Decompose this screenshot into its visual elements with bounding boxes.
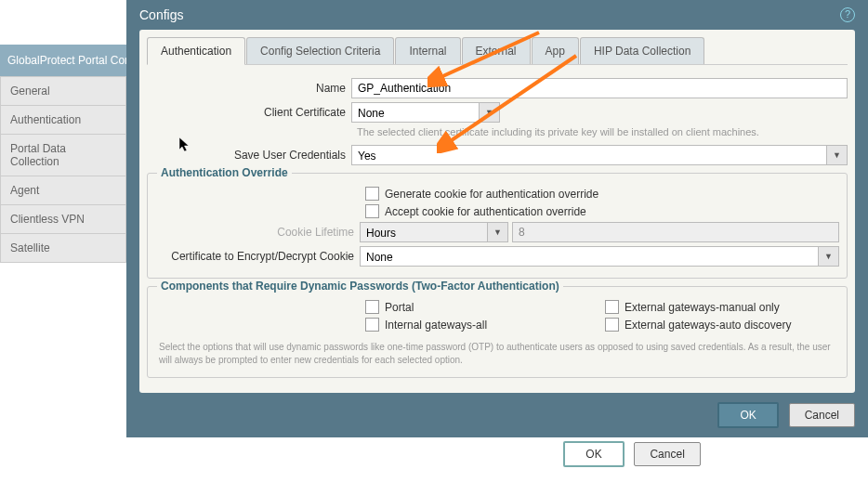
tab-app[interactable]: App	[532, 37, 579, 64]
tab-external[interactable]: External	[462, 37, 531, 64]
dialog-body: Authentication Config Selection Criteria…	[139, 30, 855, 393]
sidebar-item-authentication[interactable]: Authentication	[0, 106, 126, 135]
sidebar-item-agent[interactable]: Agent	[0, 176, 126, 205]
auth-override-legend: Authentication Override	[157, 166, 292, 179]
internal-gw-checkbox[interactable]	[365, 318, 379, 332]
chevron-down-icon[interactable]: ▼	[480, 102, 500, 123]
ext-manual-label: External gateways-manual only	[625, 301, 780, 314]
dyn-pw-legend: Components that Require Dynamic Password…	[157, 280, 563, 293]
auth-override-fieldset: Authentication Override Generate cookie …	[147, 173, 848, 279]
cookie-lifetime-value	[512, 222, 839, 242]
save-creds-label: Save User Credentials	[147, 149, 351, 162]
dialog-footer: OK Cancel	[126, 393, 868, 428]
dialog-title: Configs	[139, 7, 183, 22]
accept-cookie-label: Accept cookie for authentication overrid…	[385, 205, 586, 218]
dialog-header: Configs ?	[126, 0, 868, 30]
gen-cookie-checkbox[interactable]	[365, 187, 379, 201]
encrypt-cookie-label: Certificate to Encrypt/Decrypt Cookie	[155, 250, 360, 263]
accept-cookie-checkbox[interactable]	[365, 204, 379, 218]
chevron-down-icon[interactable]: ▼	[827, 145, 848, 165]
internal-gw-label: Internal gateways-all	[385, 319, 487, 332]
name-label: Name	[147, 82, 351, 95]
chevron-down-icon[interactable]: ▼	[819, 246, 839, 267]
sidebar-item-portal-data[interactable]: Portal Data Collection	[0, 135, 126, 176]
save-creds-value: Yes	[351, 145, 827, 165]
client-cert-value: None	[351, 102, 480, 123]
help-icon[interactable]: ?	[840, 7, 855, 22]
name-input[interactable]	[351, 78, 848, 98]
portal-checkbox[interactable]	[365, 300, 379, 314]
ext-auto-checkbox[interactable]	[605, 318, 619, 332]
tab-internal[interactable]: Internal	[395, 37, 460, 64]
dyn-pw-fieldset: Components that Require Dynamic Password…	[147, 286, 848, 378]
save-creds-select[interactable]: Yes ▼	[351, 145, 848, 165]
sidebar-item-clientless-vpn[interactable]: Clientless VPN	[0, 205, 126, 234]
tab-config-selection[interactable]: Config Selection Criteria	[246, 37, 394, 64]
outer-footer: OK Cancel	[558, 441, 701, 467]
ok-button[interactable]: OK	[717, 402, 779, 428]
cursor-icon	[179, 137, 191, 155]
outer-ok-button[interactable]: OK	[563, 441, 625, 467]
client-cert-hint: The selected client certificate includin…	[357, 126, 848, 137]
cookie-lifetime-label: Cookie Lifetime	[155, 226, 360, 239]
portal-label: Portal	[385, 301, 414, 314]
dyn-pw-note: Select the options that will use dynamic…	[159, 341, 835, 366]
encrypt-cookie-value: None	[360, 246, 819, 267]
sidebar: GlobalProtect Portal Con General Authent…	[0, 45, 126, 263]
encrypt-cookie-select[interactable]: None ▼	[360, 246, 839, 267]
client-cert-select[interactable]: None ▼	[351, 102, 500, 123]
ext-auto-label: External gateways-auto discovery	[625, 319, 791, 332]
tab-authentication[interactable]: Authentication	[147, 37, 245, 65]
sidebar-item-satellite[interactable]: Satellite	[0, 234, 126, 263]
sidebar-item-general[interactable]: General	[0, 77, 126, 106]
sidebar-header: GlobalProtect Portal Con	[0, 45, 126, 77]
cookie-lifetime-unit: Hours	[360, 222, 488, 242]
client-cert-label: Client Certificate	[147, 106, 351, 119]
cancel-button[interactable]: Cancel	[789, 403, 855, 427]
configs-dialog: Configs ? Authentication Config Selectio…	[126, 0, 868, 437]
gen-cookie-label: Generate cookie for authentication overr…	[385, 188, 598, 201]
tab-hip[interactable]: HIP Data Collection	[580, 37, 705, 64]
outer-cancel-button[interactable]: Cancel	[634, 442, 700, 466]
cookie-lifetime-unit-select: Hours ▼	[360, 222, 508, 242]
tabs: Authentication Config Selection Criteria…	[147, 37, 848, 65]
ext-manual-checkbox[interactable]	[605, 300, 619, 314]
chevron-down-icon: ▼	[488, 222, 508, 242]
